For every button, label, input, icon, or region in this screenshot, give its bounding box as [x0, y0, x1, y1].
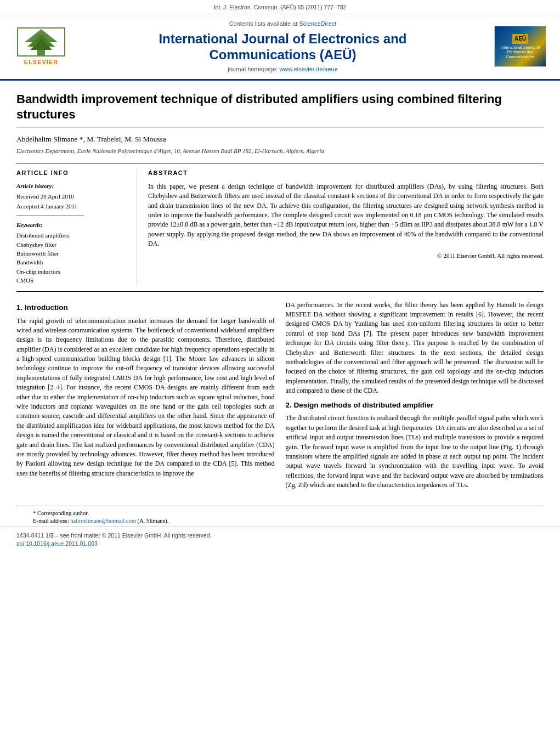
cover-text: International Journal of Electronics and… — [497, 46, 544, 59]
journal-header: ELSEVIER Contents lists available at Sci… — [0, 14, 560, 81]
email-link[interactable]: haliroslimane@hotmail.com — [70, 518, 136, 524]
page-wrapper: Int. J. Electron. Commun. (AEÜ) 65 (2011… — [0, 0, 560, 552]
content-right-col: DA performances. In the recent works, th… — [286, 301, 544, 495]
page-footer: 1434-8411 1/$ – see front matter © 2011 … — [0, 527, 560, 552]
keywords-label: Keywords: — [16, 221, 129, 229]
journal-homepage: journal homepage: www.elsevier.de/aeue — [77, 65, 489, 73]
journal-cover-image: AEÜ International Journal of Electronics… — [494, 26, 546, 67]
accepted-date: Accepted 4 January 2011 — [16, 202, 129, 211]
header-center: Contents lists available at ScienceDirec… — [77, 20, 489, 73]
footer-doi[interactable]: doi:10.1016/j.aeue.2011.01.003 — [16, 540, 98, 547]
main-content: 1. Introduction The rapid growth of tele… — [16, 301, 544, 495]
aeu-badge: AEÜ — [512, 34, 528, 44]
article-body: Bandwidth improvement technique of distr… — [0, 81, 560, 506]
copyright-line: © 2011 Elsevier GmbH. All rights reserve… — [148, 252, 544, 260]
article-info-col: ARTICLE INFO Article history: Received 2… — [16, 169, 137, 285]
keyword-3: Butterworth filter — [16, 250, 129, 258]
journal-ref-line: Int. J. Electron. Commun. (AEÜ) 65 (2011… — [0, 0, 560, 14]
section2-text: The distributed circuit function is real… — [286, 414, 544, 490]
homepage-link[interactable]: www.elsevier.de/aeue — [279, 66, 337, 72]
authors: Abdelhalim Slimane *, M. Trabelsi, M. Si… — [16, 134, 544, 145]
article-history-label: Article history: — [16, 182, 129, 190]
keyword-5: On-chip inductors — [16, 268, 129, 276]
journal-ref-text: Int. J. Electron. Commun. (AEÜ) 65 (2011… — [214, 4, 347, 10]
footnote-area: * Corresponding author. E-mail address: … — [16, 506, 544, 527]
received-date: Received 20 April 2010 — [16, 193, 129, 201]
content-left-col: 1. Introduction The rapid growth of tele… — [16, 301, 275, 495]
abstract-col: ABSTRACT In this paper, we present a des… — [148, 169, 544, 285]
keyword-4: Bandwidth — [16, 258, 129, 267]
keyword-6: CMOS — [16, 276, 129, 285]
email-footnote: E-mail address: haliroslimane@hotmail.co… — [33, 517, 527, 525]
abstract-label: ABSTRACT — [148, 169, 544, 177]
corresponding-footnote: * Corresponding author. — [33, 510, 527, 518]
svg-rect-0 — [37, 50, 45, 55]
sciencedirect-link[interactable]: ScienceDirect — [299, 20, 336, 27]
header-right: AEÜ International Journal of Electronics… — [494, 26, 549, 67]
header-left: ELSEVIER — [11, 27, 71, 66]
intro-text: The rapid growth of telecommunication ma… — [16, 316, 275, 479]
section2-heading: 2. Design methods of distributed amplifi… — [286, 400, 544, 411]
info-abstract-columns: ARTICLE INFO Article history: Received 2… — [16, 163, 544, 291]
elsevier-logo: ELSEVIER — [11, 27, 71, 66]
divider — [16, 215, 84, 216]
abstract-text: In this paper, we present a design techn… — [148, 182, 544, 249]
elsevier-tree-icon — [16, 27, 66, 57]
keyword-1: Distributed amplifiers — [16, 231, 129, 240]
elsevier-label: ELSEVIER — [24, 58, 58, 66]
article-title: Bandwidth improvement technique of distr… — [16, 92, 544, 128]
intro-text-right: DA performances. In the recent works, th… — [286, 301, 544, 396]
journal-title: International Journal of Electronics and… — [77, 31, 489, 63]
intro-heading: 1. Introduction — [16, 303, 275, 313]
footer-issn: 1434-8411 1/$ – see front matter © 2011 … — [16, 531, 544, 540]
contents-available: Contents lists available at ScienceDirec… — [77, 20, 489, 28]
affiliation: Electronics Department, Ecole Nationale … — [16, 147, 544, 155]
keyword-2: Chebyshev filter — [16, 241, 129, 249]
article-info-label: ARTICLE INFO — [16, 169, 129, 177]
